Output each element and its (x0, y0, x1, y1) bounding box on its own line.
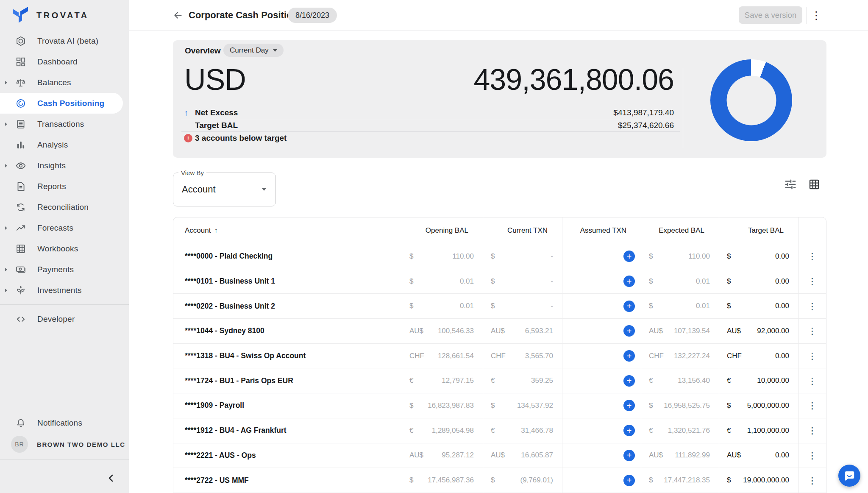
account-name-cell[interactable]: ****1909 - Payroll (173, 393, 402, 418)
account-name-cell[interactable]: ****1318 - BU4 - Swiss Op Account (173, 344, 402, 368)
target-bal-value: 5,000,000.00 (747, 401, 789, 410)
overview-divider (683, 68, 683, 148)
overview-currency: USD (184, 65, 246, 95)
assumed-txn-cell: + (562, 418, 641, 443)
brand-logo[interactable]: TROVATA (0, 0, 129, 31)
sidebar-item-cash-positioning[interactable]: Cash Positioning (0, 93, 123, 114)
column-header-opening-bal[interactable]: Opening BAL (402, 217, 483, 244)
notifications-label: Notifications (37, 418, 82, 428)
sidebar-item-workbooks[interactable]: Workbooks (0, 238, 129, 259)
collapse-sidebar-button[interactable] (106, 473, 116, 483)
add-assumed-txn-button[interactable]: + (623, 276, 635, 287)
header-menu-button[interactable]: ⋮ (810, 6, 822, 25)
alert-text: 3 accounts below target (195, 134, 287, 143)
row-menu-button[interactable]: ⋮ (808, 376, 817, 385)
add-assumed-txn-button[interactable]: + (623, 425, 635, 436)
chat-launcher-button[interactable] (838, 465, 860, 487)
row-menu-button[interactable]: ⋮ (808, 326, 817, 335)
opening-bal-value: 12,797.15 (442, 376, 474, 385)
chevron-right-icon (3, 267, 8, 272)
add-assumed-txn-button[interactable]: + (623, 301, 635, 312)
date-badge[interactable]: 8/16/2023 (288, 8, 337, 23)
sidebar-item-payments[interactable]: Payments (0, 259, 129, 280)
view-by-select[interactable]: View By Account (173, 173, 276, 206)
period-selector[interactable]: Current Day (223, 44, 284, 57)
column-header-account[interactable]: Account ↑ (173, 217, 402, 244)
add-assumed-txn-button[interactable]: + (623, 475, 635, 486)
currency-symbol: $ (491, 252, 495, 261)
currency-symbol: CHF (409, 352, 424, 360)
add-assumed-txn-button[interactable]: + (623, 251, 635, 262)
sidebar-item-insights[interactable]: Insights (0, 155, 129, 176)
account-name-cell[interactable]: ****1912 - BU4 - AG Frankfurt (173, 418, 402, 443)
current-txn-cell: $ 134,537.92 (483, 393, 562, 418)
add-assumed-txn-button[interactable]: + (623, 325, 635, 337)
column-header-target-bal[interactable]: Target BAL (719, 217, 798, 244)
sidebar-item-notifications[interactable]: Notifications (0, 412, 129, 433)
expected-bal-cell: $ 17,447,218.35 (641, 468, 719, 493)
opening-bal-value: 95,287.12 (442, 451, 474, 460)
ledger-icon (15, 119, 26, 130)
add-assumed-txn-button[interactable]: + (623, 375, 635, 387)
add-assumed-txn-button[interactable]: + (623, 350, 635, 362)
net-excess-label: Net Excess (195, 108, 238, 117)
currency-symbol: € (727, 426, 731, 435)
row-menu-button[interactable]: ⋮ (808, 451, 817, 460)
row-menu-button[interactable]: ⋮ (808, 351, 817, 360)
alert-row: ! 3 accounts below target (181, 132, 680, 145)
account-name-cell[interactable]: ****1044 - Sydney 8100 (173, 319, 402, 343)
back-button[interactable] (172, 10, 184, 21)
sidebar-item-reconciliation[interactable]: Reconciliation (0, 197, 129, 217)
row-menu-button[interactable]: ⋮ (808, 426, 817, 435)
target-bal-cell: CHF 0.00 (719, 344, 798, 368)
target-bal-cell: $ 5,000,000.00 (719, 393, 798, 418)
opening-bal-value: 100,546.33 (438, 327, 474, 335)
account-name-cell[interactable]: ****0101 - Business Unit 1 (173, 269, 402, 294)
sidebar-item-label: Trovata AI (beta) (37, 36, 98, 46)
sidebar-item-investments[interactable]: Investments (0, 280, 129, 301)
row-menu-button[interactable]: ⋮ (808, 302, 817, 311)
target-bal-cell: AU$ 92,000.00 (719, 319, 798, 343)
code-icon (15, 314, 26, 325)
account-name-cell[interactable]: ****1724 - BU1 - Paris Ops EUR (173, 368, 402, 393)
row-menu-button[interactable]: ⋮ (808, 401, 817, 410)
account-name-cell[interactable]: ****2722 - US MMF (173, 468, 402, 493)
sidebar-item-transactions[interactable]: Transactions (0, 114, 129, 134)
row-menu-button[interactable]: ⋮ (808, 476, 817, 485)
arrow-left-icon (172, 10, 184, 21)
grid-view-button[interactable] (808, 178, 821, 191)
currency-symbol: € (491, 426, 495, 435)
currency-symbol: € (409, 426, 413, 435)
add-assumed-txn-button[interactable]: + (623, 450, 635, 461)
sidebar-item-balances[interactable]: Balances (0, 72, 129, 93)
account-name-cell[interactable]: ****2221 - AUS - Ops (173, 443, 402, 468)
currency-symbol: € (491, 376, 495, 385)
sidebar-item-forecasts[interactable]: Forecasts (0, 217, 129, 238)
add-assumed-txn-button[interactable]: + (623, 400, 635, 411)
row-menu-button[interactable]: ⋮ (808, 277, 817, 286)
chevron-left-icon (106, 473, 116, 483)
sidebar-item-trovata-ai[interactable]: Trovata AI (beta) (0, 31, 129, 51)
sidebar-item-dashboard[interactable]: Dashboard (0, 51, 129, 72)
row-menu-button[interactable]: ⋮ (808, 252, 817, 261)
sidebar-item-label: Balances (37, 78, 71, 87)
filter-settings-button[interactable] (784, 178, 797, 191)
sidebar-item-developer[interactable]: Developer (0, 309, 129, 329)
account-name-cell[interactable]: ****0202 - Business Unit 2 (173, 294, 402, 318)
column-header-assumed-txn[interactable]: Assumed TXN (562, 217, 641, 244)
hexagon-ai-icon (15, 36, 26, 47)
column-header-current-txn[interactable]: Current TXN (483, 217, 562, 244)
account-name-cell[interactable]: ****0000 - Plaid Checking (173, 244, 402, 269)
organization-switcher[interactable]: BR BROWN TWO DEMO LLC (0, 433, 129, 455)
currency-symbol: CHF (649, 352, 664, 360)
column-header-expected-bal[interactable]: Expected BAL (641, 217, 719, 244)
target-bal-value: 0.00 (775, 277, 789, 286)
currency-symbol: € (409, 376, 413, 385)
chevron-down-icon (273, 49, 277, 52)
sidebar-item-analysis[interactable]: Analysis (0, 134, 129, 155)
save-version-button[interactable]: Save a version (739, 6, 802, 24)
sidebar-item-label: Workbooks (37, 244, 78, 253)
current-txn-value: 359.25 (531, 376, 553, 385)
page-header: Corporate Cash Position 8/16/2023 Save a… (129, 0, 868, 31)
sidebar-item-reports[interactable]: Reports (0, 176, 129, 197)
